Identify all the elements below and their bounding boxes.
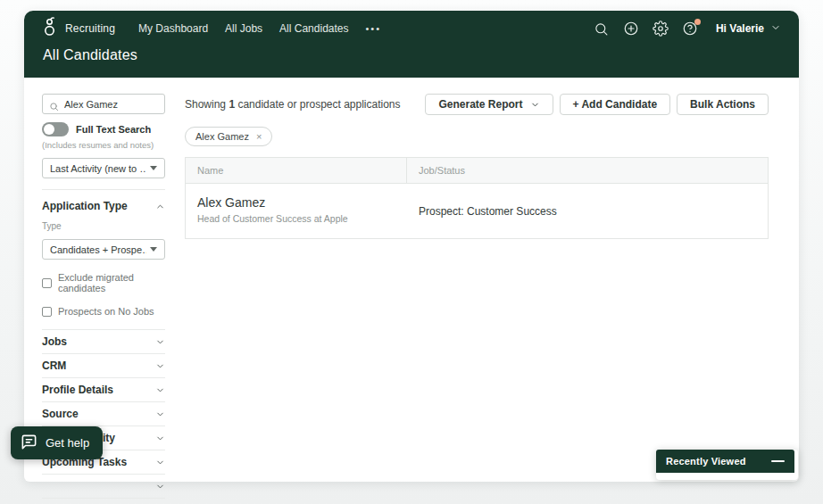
top-actions: Hi Valerie [594, 21, 781, 37]
table-row[interactable]: Alex Gamez Head of Customer Success at A… [186, 184, 768, 238]
filter-chip[interactable]: Alex Gamez × [185, 127, 272, 146]
app-window: Recruiting My Dashboard All Jobs All Can… [24, 11, 799, 482]
chevron-down-icon [155, 361, 165, 371]
top-navigation-bar: Recruiting My Dashboard All Jobs All Can… [24, 11, 799, 78]
nav-all-candidates[interactable]: All Candidates [279, 22, 348, 35]
checkbox-icon[interactable] [42, 278, 52, 288]
search-icon[interactable] [594, 21, 610, 37]
filter-sections: Jobs CRM Profile Details Source Responsi… [42, 329, 165, 499]
section-profile-details[interactable]: Profile Details [42, 378, 165, 402]
chevron-down-icon [155, 409, 165, 419]
help-icon[interactable] [682, 21, 698, 37]
bulk-actions-button[interactable]: Bulk Actions [677, 94, 769, 115]
checkbox-label: Exclude migrated candidates [58, 272, 165, 293]
candidate-name-link[interactable]: Alex Gamez [197, 195, 395, 210]
candidate-job-status: Prospect: Customer Success [407, 184, 768, 238]
checkbox-exclude-migrated[interactable]: Exclude migrated candidates [42, 272, 165, 293]
candidate-subtitle: Head of Customer Success at Apple [197, 213, 395, 224]
filter-chip-label: Alex Gamez [195, 131, 249, 142]
application-type-select[interactable]: Candidates + Prospe… [42, 239, 165, 260]
chevron-down-icon [770, 21, 781, 37]
column-header-name: Name [186, 158, 407, 183]
add-candidate-label: + Add Candidate [573, 98, 658, 111]
results-count: Showing 1 candidate or prospect applicat… [185, 98, 401, 111]
more-menu-icon[interactable]: ••• [366, 23, 382, 34]
chevron-up-icon [155, 202, 165, 211]
results-panel: Showing 1 candidate or prospect applicat… [185, 94, 769, 239]
section-label: Jobs [42, 335, 67, 348]
generate-report-label: Generate Report [438, 98, 522, 111]
section-label: Profile Details [42, 384, 113, 396]
chevron-down-icon [155, 482, 165, 492]
chevron-down-icon [155, 458, 165, 467]
caret-down-icon [150, 166, 157, 170]
full-text-search-note: (Includes resumes and notes) [42, 140, 165, 150]
chevron-down-icon [155, 385, 165, 395]
toggle-knob [44, 124, 54, 135]
brand[interactable]: Recruiting [43, 17, 115, 40]
recently-viewed-label: Recently Viewed [666, 456, 746, 467]
candidate-search [42, 94, 165, 114]
table-header: Name Job/Status [186, 158, 768, 184]
full-text-search-toggle[interactable] [42, 122, 69, 136]
chat-bubble-icon [21, 434, 37, 453]
get-help-label: Get help [46, 436, 89, 450]
nav-all-jobs[interactable]: All Jobs [225, 22, 262, 35]
section-application-type[interactable]: Application Type [42, 190, 165, 212]
section-crm[interactable]: CRM [42, 354, 165, 378]
section-jobs[interactable]: Jobs [42, 330, 165, 354]
candidates-table: Name Job/Status Alex Gamez Head of Custo… [185, 157, 769, 239]
greenhouse-logo-icon [43, 17, 56, 40]
notification-dot [694, 19, 701, 25]
column-header-job-status: Job/Status [407, 158, 768, 183]
full-text-search-label: Full Text Search [76, 124, 151, 135]
checkbox-prospects-no-jobs[interactable]: Prospects on No Jobs [42, 306, 165, 317]
minimize-icon[interactable] [771, 455, 785, 467]
chevron-down-icon [155, 337, 165, 347]
results-count-prefix: Showing [185, 98, 226, 111]
page-title: All Candidates [24, 37, 799, 63]
user-menu[interactable]: Hi Valerie [716, 21, 781, 37]
add-candidate-button[interactable]: + Add Candidate [560, 94, 671, 115]
sort-select[interactable]: Last Activity (new to … [42, 158, 165, 178]
chevron-down-icon [530, 100, 540, 110]
application-type-select-value: Candidates + Prospe… [50, 244, 146, 255]
results-count-number: 1 [229, 98, 235, 111]
results-count-suffix: candidate or prospect applications [237, 98, 400, 111]
type-field-label: Type [42, 221, 165, 231]
section-application-type-label: Application Type [42, 200, 128, 212]
search-input[interactable] [43, 95, 164, 113]
generate-report-button[interactable]: Generate Report [425, 94, 553, 115]
chevron-down-icon [155, 434, 165, 443]
bulk-actions-label: Bulk Actions [690, 98, 755, 111]
section-source[interactable]: Source [42, 402, 165, 426]
primary-nav: My Dashboard All Jobs All Candidates ••• [138, 22, 381, 35]
section-hidden[interactable] [42, 475, 165, 499]
sort-select-value: Last Activity (new to … [50, 163, 146, 174]
user-greeting: Hi Valerie [716, 22, 764, 35]
create-new-icon[interactable] [623, 21, 639, 37]
product-name[interactable]: Recruiting [65, 22, 115, 35]
nav-my-dashboard[interactable]: My Dashboard [138, 22, 208, 35]
section-label: CRM [42, 359, 66, 372]
recently-viewed-bar[interactable]: Recently Viewed [656, 450, 794, 473]
settings-gear-icon[interactable] [653, 21, 669, 37]
checkbox-label: Prospects on No Jobs [58, 306, 154, 317]
checkbox-icon[interactable] [42, 307, 52, 317]
chip-dismiss-icon[interactable]: × [256, 132, 262, 142]
get-help-button[interactable]: Get help [11, 426, 103, 459]
section-label: Source [42, 408, 79, 420]
caret-down-icon [150, 247, 157, 252]
